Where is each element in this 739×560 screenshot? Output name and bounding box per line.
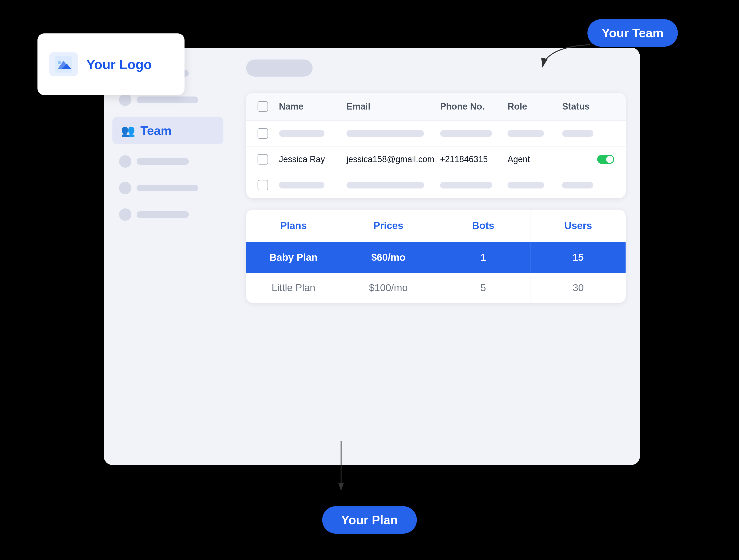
plans-th-plans: Plans bbox=[246, 210, 341, 242]
sidebar-bar-2 bbox=[137, 97, 198, 103]
team-icon: 👥 bbox=[121, 124, 135, 137]
little-plan-price: $100/mo bbox=[341, 272, 436, 303]
th-status: Status bbox=[562, 102, 614, 112]
sidebar-dot-4 bbox=[119, 182, 131, 194]
table-row-placeholder-2 bbox=[246, 172, 626, 198]
little-plan-name: Little Plan bbox=[246, 272, 341, 303]
jessica-status bbox=[562, 155, 614, 164]
scene: Your Team Your Logo bbox=[37, 19, 702, 541]
th-email: Email bbox=[346, 102, 438, 112]
row1-checkbox[interactable] bbox=[258, 128, 268, 139]
jessica-checkbox[interactable] bbox=[258, 154, 268, 165]
team-label: Team bbox=[140, 124, 172, 138]
logo-icon bbox=[49, 52, 78, 76]
plans-row-little[interactable]: Little Plan $100/mo 5 30 bbox=[246, 272, 626, 303]
jessica-name: Jessica Ray bbox=[279, 154, 344, 164]
table-header-row: Name Email Phone No. Role Status bbox=[246, 93, 626, 121]
plans-header-row: Plans Prices Bots Users bbox=[246, 210, 626, 242]
jessica-role: Agent bbox=[507, 154, 560, 164]
sidebar-dot-5 bbox=[119, 208, 131, 221]
search-bar[interactable] bbox=[246, 59, 313, 76]
row3-checkbox[interactable] bbox=[258, 180, 268, 190]
plans-th-prices: Prices bbox=[341, 210, 436, 242]
svg-point-4 bbox=[58, 61, 61, 64]
th-phone: Phone No. bbox=[440, 102, 505, 112]
sidebar-item-team[interactable]: 👥 Team bbox=[112, 117, 224, 144]
mountain-icon bbox=[55, 56, 72, 72]
sidebar-placeholder-5 bbox=[112, 203, 224, 226]
baby-plan-price: $60/mo bbox=[341, 242, 436, 272]
th-role: Role bbox=[507, 102, 560, 112]
plans-row-baby[interactable]: Baby Plan $60/mo 1 15 bbox=[246, 242, 626, 272]
baby-plan-bots: 1 bbox=[436, 242, 531, 272]
plans-th-users: Users bbox=[531, 210, 626, 242]
little-plan-bots: 5 bbox=[436, 272, 531, 303]
baby-plan-name: Baby Plan bbox=[246, 242, 341, 272]
team-table-card: Name Email Phone No. Role Status bbox=[246, 93, 626, 198]
svg-marker-6 bbox=[338, 483, 344, 491]
sidebar-dot-3 bbox=[119, 155, 131, 168]
sidebar: 👥 Team bbox=[104, 48, 232, 465]
little-plan-users: 30 bbox=[531, 272, 626, 303]
app-window: 👥 Team bbox=[104, 48, 640, 465]
th-name: Name bbox=[279, 102, 344, 112]
logo-card: Your Logo bbox=[37, 33, 184, 95]
sidebar-placeholder-3 bbox=[112, 150, 224, 173]
table-row-placeholder-1 bbox=[246, 121, 626, 147]
plans-table-card: Plans Prices Bots Users Baby Plan $60/mo… bbox=[246, 210, 626, 303]
baby-plan-users: 15 bbox=[531, 242, 626, 272]
sidebar-placeholder-4 bbox=[112, 177, 224, 199]
plans-th-bots: Bots bbox=[436, 210, 531, 242]
logo-text: Your Logo bbox=[86, 57, 152, 72]
sidebar-bar-3 bbox=[137, 158, 189, 165]
sidebar-dot-2 bbox=[119, 94, 131, 106]
your-team-arrow bbox=[500, 38, 600, 76]
jessica-toggle[interactable] bbox=[597, 155, 614, 164]
jessica-email: jessica158@gmail.com bbox=[346, 154, 438, 164]
your-plan-arrow bbox=[331, 441, 350, 493]
th-checkbox bbox=[258, 101, 277, 112]
table-row-jessica: Jessica Ray jessica158@gmail.com +211846… bbox=[246, 147, 626, 172]
your-plan-button[interactable]: Your Plan bbox=[322, 506, 417, 534]
main-content: Name Email Phone No. Role Status bbox=[232, 48, 640, 465]
header-checkbox[interactable] bbox=[258, 101, 268, 112]
jessica-phone: +211846315 bbox=[440, 154, 505, 164]
sidebar-bar-4 bbox=[137, 185, 198, 191]
sidebar-bar-5 bbox=[137, 211, 189, 218]
your-team-button[interactable]: Your Team bbox=[587, 19, 678, 47]
